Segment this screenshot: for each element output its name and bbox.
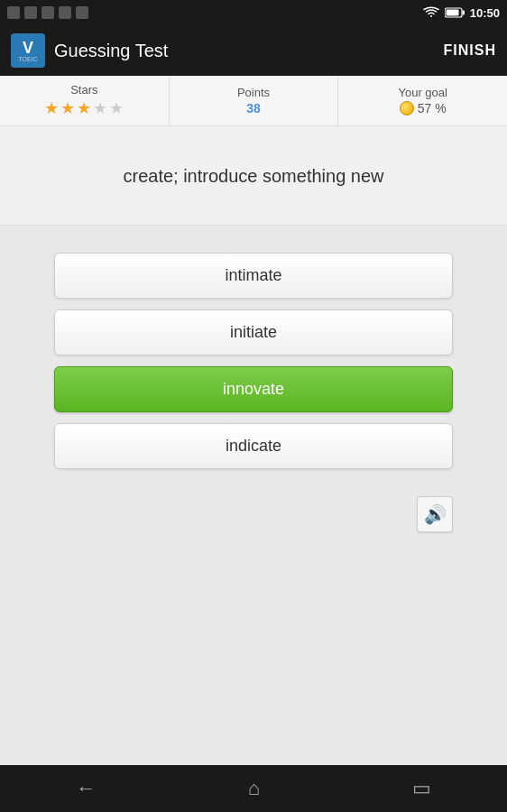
app-logo: V TOEIC: [11, 33, 45, 68]
goal-value: 57 %: [418, 101, 447, 115]
answer-button-2[interactable]: innovate: [54, 366, 453, 412]
stars-cell: Stars ★ ★ ★ ★ ★: [0, 76, 170, 125]
home-button[interactable]: ⌂: [221, 768, 287, 809]
recents-icon: ▭: [412, 777, 431, 800]
svg-rect-1: [462, 11, 465, 15]
star-4: ★: [93, 98, 107, 118]
answer-button-0[interactable]: intimate: [54, 253, 453, 299]
notification-icon-2: [24, 6, 37, 19]
definition-area: create; introduce something new: [0, 126, 507, 226]
definition-text: create; introduce something new: [123, 163, 383, 189]
stats-row: Stars ★ ★ ★ ★ ★ Points 38 Your goal 57 %: [0, 76, 507, 126]
wifi-icon: [423, 6, 439, 19]
recents-button[interactable]: ▭: [385, 768, 458, 809]
star-2: ★: [60, 98, 75, 118]
time-display: 10:50: [470, 6, 500, 20]
notification-icon-5: [76, 6, 88, 19]
status-icons-left: [7, 6, 88, 19]
status-icons-right: 10:50: [423, 6, 500, 20]
coin-icon: [400, 101, 414, 115]
app-title: Guessing Test: [54, 41, 435, 61]
goal-row: 57 %: [400, 101, 447, 115]
back-button[interactable]: ←: [49, 768, 123, 809]
status-bar: 10:50: [0, 0, 507, 25]
audio-icon: 🔊: [424, 503, 447, 525]
app-logo-sub: TOEIC: [18, 56, 37, 62]
bottom-nav: ← ⌂ ▭: [0, 765, 507, 812]
app-logo-letter: V: [23, 40, 33, 56]
app-bar: V TOEIC Guessing Test FINISH: [0, 25, 507, 76]
points-value: 38: [246, 101, 261, 115]
finish-button[interactable]: FINISH: [444, 42, 496, 59]
points-label: Points: [237, 86, 270, 99]
answer-button-3[interactable]: indicate: [54, 423, 453, 469]
answer-button-1[interactable]: initiate: [54, 309, 453, 355]
svg-rect-2: [446, 10, 458, 16]
stars-label: Stars: [70, 83, 97, 97]
audio-row: 🔊: [0, 496, 507, 550]
points-cell: Points 38: [170, 76, 339, 125]
star-3: ★: [77, 98, 91, 118]
notification-icon-4: [59, 6, 71, 19]
notification-icon-3: [41, 6, 54, 19]
star-5: ★: [109, 98, 124, 118]
home-icon: ⌂: [248, 777, 260, 800]
back-icon: ←: [76, 777, 96, 800]
audio-button[interactable]: 🔊: [417, 496, 453, 532]
answers-area: intimate initiate innovate indicate: [0, 226, 507, 496]
star-1: ★: [44, 98, 59, 118]
notification-icon-1: [7, 6, 20, 19]
stars-display: ★ ★ ★ ★ ★: [44, 98, 124, 118]
goal-cell: Your goal 57 %: [338, 76, 507, 125]
battery-icon: [445, 7, 465, 18]
goal-label: Your goal: [398, 86, 447, 99]
